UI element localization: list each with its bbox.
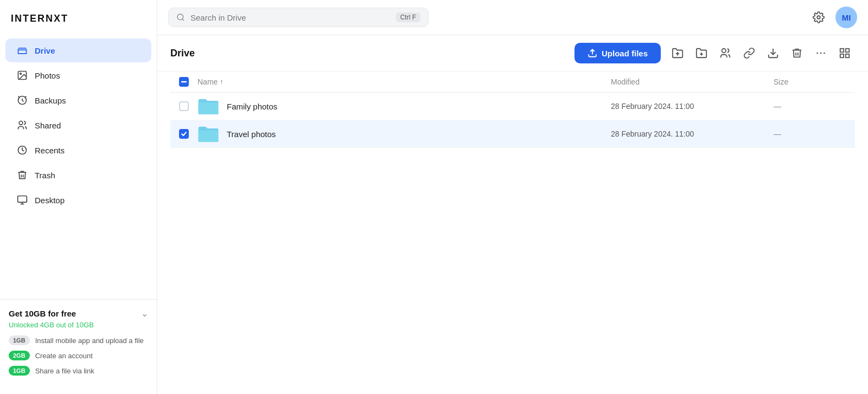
file-name-cell-2: Travel photos: [197, 125, 611, 143]
search-shortcut: Ctrl F: [396, 12, 420, 22]
storage-badge-3: 1GB: [9, 366, 30, 376]
checkmark-icon: [181, 131, 187, 137]
svg-point-8: [177, 14, 183, 20]
sidebar-item-backups[interactable]: Backups: [5, 88, 151, 112]
file-list-header: Name ↑ Modified Size: [170, 72, 855, 93]
delete-button[interactable]: [787, 43, 807, 63]
sidebar-item-backups-label: Backups: [35, 96, 66, 105]
settings-icon: [813, 11, 825, 23]
drive-icon: [16, 45, 28, 56]
table-row[interactable]: Family photos 28 February 2024. 11:00 —: [170, 93, 855, 120]
trash-icon: [16, 170, 28, 180]
sidebar-item-recents[interactable]: Recents: [5, 138, 151, 162]
share-button[interactable]: [715, 43, 736, 63]
storage-item-text-2: Create an account: [35, 352, 93, 360]
sidebar-item-photos[interactable]: Photos: [5, 63, 151, 87]
name-column-header[interactable]: Name ↑: [197, 77, 611, 86]
app-logo: INTERNXT: [0, 9, 157, 37]
svg-line-9: [182, 19, 184, 21]
upload-files-button[interactable]: Upload files: [575, 43, 661, 63]
folder-icon-2: [197, 125, 219, 143]
row-checkbox-1[interactable]: [179, 101, 189, 111]
file-list: Name ↑ Modified Size: [157, 72, 868, 394]
search-input[interactable]: [190, 13, 391, 22]
storage-item-2: 2GB Create an account: [9, 351, 148, 360]
more-icon: [815, 47, 827, 59]
search-bar: Ctrl F: [168, 8, 429, 27]
sidebar-item-trash-label: Trash: [35, 171, 55, 180]
file-name-1: Family photos: [227, 102, 277, 111]
upload-icon: [588, 48, 597, 58]
storage-badge-2: 2GB: [9, 351, 30, 360]
file-size-2: —: [774, 130, 855, 138]
toolbar-icons: [667, 43, 855, 63]
drive-area: Drive Upload files: [157, 35, 868, 394]
file-name-cell-1: Family photos: [197, 97, 611, 115]
share-users-icon: [719, 47, 731, 59]
recents-icon: [16, 145, 28, 156]
link-icon: [743, 47, 755, 59]
modified-column-label: Modified: [611, 77, 640, 86]
select-all-checkbox[interactable]: [179, 77, 189, 87]
row-checkbox-cell-2: [170, 129, 197, 139]
sidebar-item-desktop[interactable]: Desktop: [5, 188, 151, 212]
sidebar-item-desktop-label: Desktop: [35, 196, 65, 205]
table-row[interactable]: Travel photos 28 February 2024. 11:00 —: [170, 120, 855, 148]
link-button[interactable]: [739, 43, 760, 63]
storage-item-1: 1GB Install mobile app and upload a file: [9, 335, 148, 345]
sidebar-item-shared[interactable]: Shared: [5, 113, 151, 137]
sort-arrow: ↑: [220, 78, 223, 86]
sidebar-item-shared-label: Shared: [35, 121, 61, 130]
sidebar-item-trash[interactable]: Trash: [5, 163, 151, 187]
storage-item-text-3: Share a file via link: [35, 367, 94, 375]
storage-item-text-1: Install mobile app and upload a file: [35, 337, 144, 345]
svg-point-1: [20, 73, 22, 75]
header-checkbox-cell: [170, 77, 197, 87]
file-name-2: Travel photos: [227, 130, 276, 139]
desktop-icon: [16, 195, 28, 205]
svg-rect-21: [840, 54, 844, 57]
file-modified-2: 28 February 2024. 11:00: [611, 130, 774, 138]
grid-view-button[interactable]: [834, 43, 855, 63]
svg-point-17: [820, 53, 822, 54]
sidebar-item-drive[interactable]: Drive: [5, 38, 151, 62]
row-checkbox-2[interactable]: [179, 129, 189, 139]
svg-rect-20: [846, 49, 849, 52]
delete-icon: [791, 47, 803, 59]
settings-button[interactable]: [809, 8, 828, 27]
svg-rect-5: [18, 196, 27, 203]
photos-icon: [16, 70, 28, 81]
more-options-button[interactable]: [810, 43, 831, 63]
storage-promo-title: Get 10GB for free: [9, 309, 76, 318]
storage-promo-collapse[interactable]: ⌄: [141, 308, 148, 319]
svg-point-14: [722, 49, 726, 53]
storage-promo-subtitle: Unlocked 4GB out of 10GB: [9, 321, 148, 329]
topbar-right: MI: [809, 7, 857, 28]
size-column-header[interactable]: Size: [774, 77, 855, 86]
upload-folder-button[interactable]: [667, 43, 688, 63]
file-modified-1: 28 February 2024. 11:00: [611, 102, 774, 111]
size-column-label: Size: [774, 77, 788, 86]
svg-point-3: [19, 121, 23, 125]
indeterminate-icon: [181, 79, 187, 85]
sidebar-item-photos-label: Photos: [35, 71, 60, 80]
sidebar-item-recents-label: Recents: [35, 146, 65, 155]
storage-promo: Get 10GB for free ⌄ Unlocked 4GB out of …: [0, 299, 157, 385]
user-avatar[interactable]: MI: [835, 7, 857, 28]
storage-item-3: 1GB Share a file via link: [9, 366, 148, 376]
grid-view-icon: [839, 47, 851, 59]
drive-title: Drive: [170, 48, 568, 59]
new-folder-button[interactable]: [691, 43, 712, 63]
file-size-1: —: [774, 102, 855, 111]
sidebar-nav: Drive Photos Backups Shared: [0, 37, 157, 213]
topbar: Ctrl F MI: [157, 0, 868, 35]
download-button[interactable]: [763, 43, 783, 63]
modified-column-header[interactable]: Modified: [611, 77, 774, 86]
upload-folder-icon: [672, 47, 684, 59]
upload-files-label: Upload files: [602, 49, 648, 58]
sidebar: INTERNXT Drive Photos Backups: [0, 0, 157, 394]
svg-rect-22: [846, 54, 849, 57]
svg-rect-19: [840, 49, 844, 52]
search-icon: [176, 13, 185, 22]
new-folder-icon: [695, 47, 707, 59]
